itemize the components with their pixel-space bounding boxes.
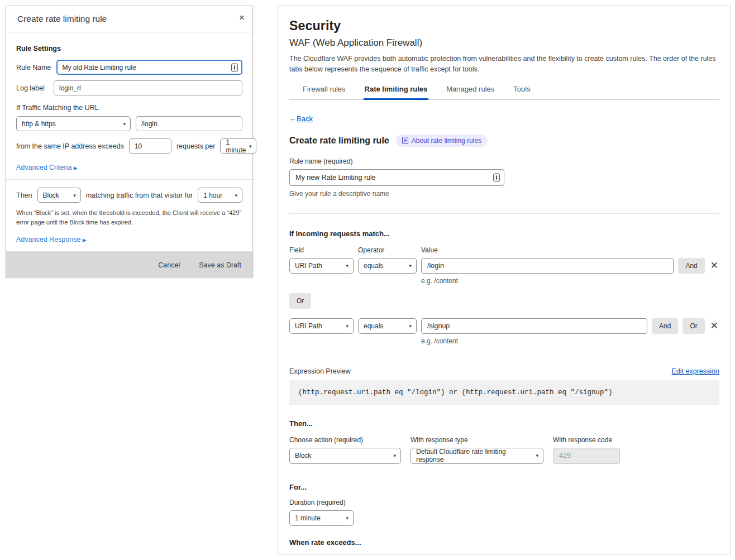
response-type-select[interactable]: Default Cloudflare rate limiting respons… (411, 448, 543, 464)
threshold-prefix-text: from the same IP address exceeds (16, 142, 124, 150)
chevron-down-icon: ▾ (249, 143, 252, 149)
value-hint: e.g. /content (421, 337, 719, 345)
save-draft-button[interactable]: Save as Draft (199, 261, 241, 269)
field-select[interactable]: URI Path ▾ (289, 318, 354, 334)
requests-label: Requests (required) (289, 554, 349, 555)
autofill-icon[interactable] (493, 173, 500, 181)
rule-name-input[interactable] (56, 60, 242, 75)
page-subtitle: WAF (Web Application Firewall) (289, 37, 719, 49)
waf-description: The Cloudflare WAF provides both automat… (289, 54, 719, 75)
or-button[interactable]: Or (682, 318, 704, 334)
rule-settings-heading: Rule Settings (16, 45, 242, 52)
divider (6, 179, 252, 180)
value-input[interactable] (421, 258, 674, 274)
chevron-down-icon: ▾ (393, 453, 396, 458)
expander-icon: ▶ (74, 165, 78, 171)
back-arrow-icon: ← (289, 114, 297, 123)
security-waf-panel: Security WAF (Web Application Firewall) … (278, 6, 731, 554)
advanced-criteria-link[interactable]: Advanced Criteria ▶ (16, 164, 78, 171)
chevron-down-icon: ▾ (409, 263, 412, 269)
modal-footer: Cancel Save as Draft (6, 252, 252, 277)
duration-select[interactable]: 1 minute ▾ (289, 510, 354, 526)
page-title: Security (289, 18, 719, 33)
threshold-suffix-text: requests per (176, 142, 215, 150)
response-type-label: With response type (411, 436, 543, 444)
chevron-down-icon: ▾ (409, 323, 412, 329)
chevron-down-icon: ▾ (346, 515, 349, 521)
duration-select[interactable]: 1 hour ▾ (198, 188, 242, 203)
autofill-icon[interactable] (231, 63, 238, 71)
rate-heading: When rate exceeds... (289, 538, 719, 547)
field-select[interactable]: URI Path ▾ (289, 258, 354, 274)
modal-header: Create rate limiting rule × (6, 6, 252, 32)
period-select[interactable]: 1 minute ▾ (220, 138, 256, 154)
chevron-down-icon: ▾ (346, 263, 349, 269)
rule-name-input[interactable] (289, 169, 504, 186)
back-link[interactable]: ←Back (289, 114, 313, 123)
then-label: Then (16, 192, 32, 199)
choose-action-label: Choose action (required) (289, 436, 401, 444)
chevron-down-icon: ▾ (346, 323, 349, 329)
chevron-down-icon: ▾ (235, 193, 237, 198)
expander-icon: ▶ (83, 237, 87, 243)
rule-name-help: Give your rule a descriptive name (289, 190, 719, 198)
form-title: Create rate limiting rule (289, 136, 389, 146)
operator-select[interactable]: equals ▾ (358, 318, 417, 334)
scheme-select[interactable]: http & https ▾ (16, 116, 131, 131)
for-heading: For... (289, 483, 719, 491)
tab-rate-limiting-rules[interactable]: Rate limiting rules (364, 84, 429, 100)
tab-firewall-rules[interactable]: Firewall rules (302, 84, 347, 100)
log-label-input[interactable] (54, 80, 242, 95)
rule-name-label: Rule Name (16, 64, 51, 71)
remove-condition-icon[interactable]: ✕ (709, 321, 719, 331)
edit-expression-link[interactable]: Edit expression (672, 367, 719, 375)
cancel-button[interactable]: Cancel (158, 261, 180, 269)
rule-name-label: Rule name (required) (289, 157, 719, 165)
url-pattern-input[interactable] (136, 116, 242, 131)
condition-row: URI Path ▾ equals ▾ And ✕ (289, 258, 719, 274)
value-hint: e.g. /content (421, 277, 719, 285)
action-select[interactable]: Block ▾ (37, 188, 81, 203)
response-code-label: With response code (553, 436, 620, 444)
advanced-response-link[interactable]: Advanced Response ▶ (16, 236, 87, 243)
response-code-input (553, 448, 620, 464)
about-rate-limiting-badge[interactable]: About rate limiting rules (396, 135, 488, 147)
divider (289, 213, 719, 214)
block-note-text: When “Block” is set, when the threshold … (16, 208, 242, 227)
modal-title: Create rate limiting rule (17, 14, 107, 24)
create-rate-limit-modal-legacy: Create rate limiting rule × Rule Setting… (6, 6, 253, 277)
value-input[interactable] (421, 318, 647, 334)
traffic-match-label: If Traffic Matching the URL (16, 104, 242, 112)
operator-select[interactable]: equals ▾ (358, 258, 417, 274)
conditions-heading: If incoming requests match... (289, 229, 719, 238)
tab-managed-rules[interactable]: Managed rules (445, 84, 495, 100)
close-icon[interactable]: × (239, 13, 245, 22)
operator-label: Operator (358, 246, 417, 254)
expression-code: (http.request.uri.path eq "/login") or (… (289, 380, 719, 405)
divider (6, 251, 252, 252)
waf-tabs: Firewall rules Rate limiting rules Manag… (289, 84, 719, 100)
and-button[interactable]: And (652, 318, 678, 334)
or-button[interactable]: Or (289, 293, 311, 309)
choose-action-select[interactable]: Block ▾ (289, 448, 401, 464)
condition-row: URI Path ▾ equals ▾ And Or ✕ (289, 318, 719, 334)
chevron-down-icon: ▾ (123, 121, 126, 127)
chevron-down-icon: ▾ (73, 193, 76, 198)
expression-preview-label: Expression Preview (289, 367, 351, 375)
document-icon (402, 137, 408, 144)
tab-tools[interactable]: Tools (512, 84, 531, 100)
period-label: Period (required) (353, 554, 414, 555)
duration-label: Duration (required) (289, 499, 719, 506)
then-suffix-text: matching traffic from that visitor for (86, 192, 193, 199)
field-label: Field (289, 246, 354, 254)
chevron-down-icon: ▾ (536, 453, 538, 458)
then-heading: Then... (289, 419, 719, 428)
log-label-label: Log label (16, 84, 49, 92)
threshold-input[interactable] (129, 138, 171, 154)
value-label: Value (421, 246, 438, 254)
remove-condition-icon[interactable]: ✕ (709, 261, 719, 270)
and-button[interactable]: And (678, 258, 704, 274)
